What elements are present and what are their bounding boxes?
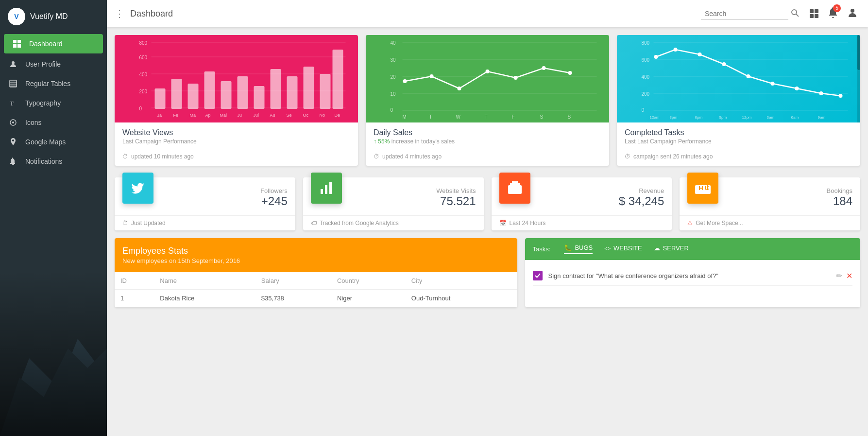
bookings-footer-text: Get More Space...: [696, 220, 743, 227]
sidebar-item-user-profile[interactable]: User Profile: [0, 54, 107, 74]
daily-sales-title: Daily Sales: [374, 128, 601, 137]
tab-server[interactable]: ☁ SERVER: [654, 244, 689, 254]
completed-tasks-title: Completed Tasks: [625, 128, 852, 137]
sidebar-item-regular-tables[interactable]: Regular Tables: [0, 74, 107, 93]
followers-card: Followers +245 ⏱ Just Updated: [115, 177, 295, 230]
sidebar-item-label: User Profile: [25, 60, 61, 68]
sidebar-item-notifications[interactable]: Notifications: [0, 152, 107, 171]
svg-point-65: [568, 71, 572, 75]
revenue-footer: 📅 Last 24 Hours: [492, 215, 672, 230]
grid-view-button[interactable]: [807, 6, 821, 21]
daily-sales-sub-text: increase in today's sales: [391, 138, 455, 145]
app-name: Vuetify MD: [30, 12, 68, 21]
svg-line-13: [796, 14, 799, 17]
svg-point-11: [12, 122, 14, 123]
revenue-label: Revenue: [639, 187, 664, 194]
svg-text:600: 600: [139, 55, 148, 60]
cell-country: Niger: [331, 290, 406, 307]
sidebar-item-label: Google Maps: [25, 138, 66, 146]
bookings-value: 184: [833, 194, 852, 208]
clock-icon: ⏱: [122, 153, 128, 160]
sidebar-item-label: Dashboard: [29, 40, 63, 48]
col-city: City: [406, 272, 517, 290]
cell-id: 1: [115, 290, 154, 307]
menu-dots-button[interactable]: ⋮: [115, 8, 124, 19]
svg-text:Mai: Mai: [220, 113, 227, 118]
revenue-value: $ 34,245: [619, 194, 664, 208]
user-profile-button[interactable]: [845, 4, 860, 23]
svg-point-89: [795, 87, 799, 90]
svg-text:600: 600: [642, 57, 650, 63]
svg-rect-27: [188, 84, 199, 109]
svg-rect-28: [204, 71, 215, 109]
task-delete-button[interactable]: ✕: [846, 271, 852, 280]
svg-text:Se: Se: [287, 113, 292, 118]
svg-rect-29: [221, 81, 232, 109]
svg-text:9pm: 9pm: [719, 115, 727, 120]
user-icon: [8, 60, 18, 68]
header: ⋮ Dashboard 5: [107, 0, 868, 27]
cell-salary: $35,738: [255, 290, 331, 307]
logo-circle: V: [8, 8, 25, 25]
tab-website[interactable]: <> WEBSITE: [604, 244, 642, 254]
task-item: Sign contract for "What are conference o…: [533, 266, 852, 286]
tasks-label: Tasks:: [533, 245, 551, 253]
svg-text:30: 30: [391, 57, 396, 63]
svg-rect-32: [271, 69, 281, 109]
svg-text:40: 40: [391, 40, 396, 46]
cell-name: Dakota Rice: [154, 290, 255, 307]
svg-rect-25: [155, 88, 166, 109]
website-views-chart: 800 600 400 200 0: [115, 35, 358, 122]
sidebar-item-icons[interactable]: Icons: [0, 113, 107, 132]
search-button[interactable]: [788, 6, 801, 21]
svg-point-14: [851, 9, 854, 13]
completed-tasks-subtitle: Last Last Campaign Performance: [625, 138, 852, 145]
svg-point-62: [486, 70, 490, 73]
sidebar-item-label: Typography: [25, 99, 61, 107]
svg-point-90: [819, 91, 823, 95]
search-input[interactable]: [701, 8, 788, 20]
table-row: 1 Dakota Rice $35,738 Niger Oud-Turnhout: [115, 290, 517, 307]
website-visits-icon-box: [311, 173, 342, 204]
followers-label: Followers: [260, 187, 288, 194]
teal-scrollbar[interactable]: [857, 35, 860, 122]
svg-rect-26: [171, 79, 182, 109]
svg-rect-104: [510, 183, 520, 185]
daily-sales-chart: 40 30 20 10 0: [366, 35, 609, 122]
tab-bugs[interactable]: 🐛 BUGS: [564, 244, 593, 254]
svg-rect-31: [254, 86, 265, 109]
notifications-button[interactable]: 5: [825, 4, 841, 23]
svg-text:800: 800: [139, 40, 148, 46]
employees-header: Employees Stats New employees on 15th Se…: [115, 238, 517, 272]
svg-point-12: [792, 10, 797, 15]
svg-text:Ma: Ma: [190, 113, 196, 118]
website-visits-label: Website Visits: [436, 187, 476, 194]
revenue-footer-text: Last 24 Hours: [510, 220, 546, 227]
svg-point-88: [771, 82, 775, 86]
followers-value: +245: [261, 194, 288, 208]
website-visits-card: Website Visits 75.521 🏷 Tracked from Goo…: [303, 177, 484, 230]
logo-letter: V: [14, 13, 18, 20]
svg-text:T: T: [485, 114, 488, 120]
daily-sales-footer: ⏱ updated 4 minutes ago: [374, 149, 601, 160]
task-edit-button[interactable]: ✏: [836, 271, 842, 280]
sidebar-item-dashboard[interactable]: Dashboard: [4, 34, 103, 53]
task-actions: ✏ ✕: [836, 271, 852, 280]
task-checkbox[interactable]: [533, 271, 543, 280]
website-views-footer: ⏱ updated 10 minutes ago: [122, 149, 350, 160]
completed-tasks-card: 800 600 400 200 0: [617, 35, 860, 166]
followers-footer-text: Just Updated: [131, 220, 166, 227]
svg-text:12pm: 12pm: [742, 115, 752, 120]
svg-rect-101: [325, 185, 327, 194]
sidebar-item-google-maps[interactable]: Google Maps: [0, 132, 107, 152]
svg-text:0: 0: [642, 107, 645, 113]
svg-text:T: T: [429, 114, 432, 120]
completed-tasks-footer: ⏱ campaign sent 26 minutes ago: [625, 149, 852, 160]
svg-point-61: [458, 87, 461, 90]
employees-card: Employees Stats New employees on 15th Se…: [115, 238, 517, 307]
sidebar-item-typography[interactable]: T Typography: [0, 93, 107, 113]
notification-badge: 5: [833, 4, 841, 12]
website-views-card: 800 600 400 200 0: [115, 35, 358, 166]
svg-text:0: 0: [391, 107, 393, 113]
sidebar-logo: V Vuetify MD: [0, 0, 107, 33]
